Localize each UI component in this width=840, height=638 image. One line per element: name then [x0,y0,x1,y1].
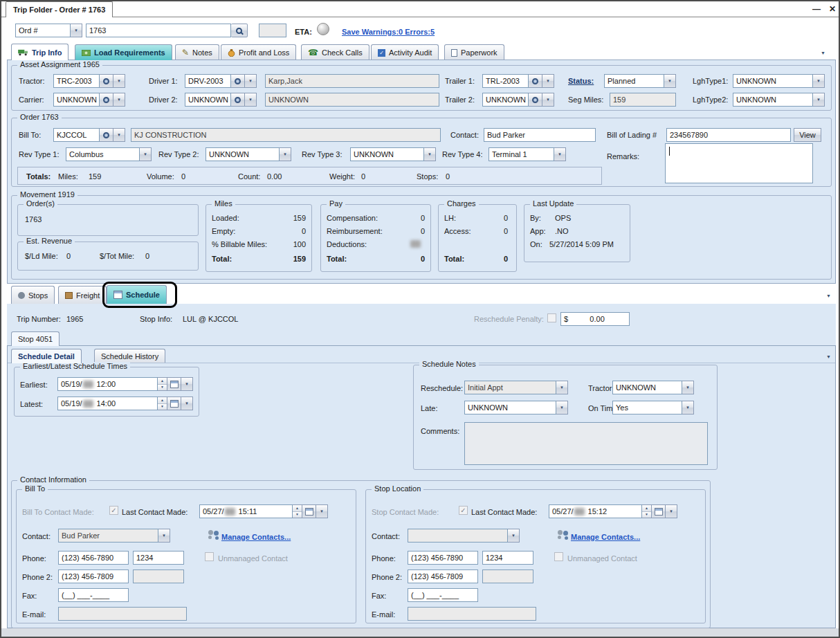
lookup-icon[interactable] [231,74,245,88]
tab-notes[interactable]: ✎ Notes [175,44,219,60]
rev1-dropdown[interactable]: Columbus ▼ [66,147,152,161]
rev4-dropdown[interactable]: Terminal 1 ▼ [489,147,566,161]
eta-value-field[interactable] [259,24,286,37]
phone-field[interactable]: (123) 456-7890 [408,551,478,565]
manage-contacts-link[interactable]: Manage Contacts... [571,532,640,542]
fax-field[interactable]: (__) ___-____ [408,588,478,602]
dropdown-arrow-icon[interactable]: ▼ [245,74,257,88]
dropdown-arrow-icon[interactable]: ▼ [113,128,125,142]
dropdown-arrow-icon[interactable]: ▼ [682,381,694,394]
unmanaged-contact-checkbox[interactable] [554,552,563,561]
dropdown-arrow-icon[interactable]: ▼ [664,74,676,88]
tab-overflow-arrow[interactable]: ▼ [826,291,831,301]
view-button[interactable]: View [794,128,821,142]
lghtype1-dropdown[interactable]: UNKNOWN ▼ [733,74,825,88]
rev3-dropdown[interactable]: UNKNOWN ▼ [350,147,436,161]
tab-schedule-detail[interactable]: Schedule Detail [11,349,82,363]
up-arrow-icon[interactable]: ▲ [158,397,167,404]
bill-to-combo[interactable]: KJCCOL ▼ [53,128,125,142]
dropdown-arrow-icon[interactable]: ▼ [140,147,152,161]
search-button[interactable] [231,24,248,37]
tab-trip-info[interactable]: Trip Info [11,44,69,60]
ord-type-combo[interactable]: Ord # ▼ [15,24,82,37]
fax-field[interactable]: (__) ___-____ [58,588,129,602]
dropdown-arrow-icon[interactable]: ▼ [113,74,125,88]
calendar-button[interactable] [302,504,316,518]
lghtype2-dropdown[interactable]: UNKNOWN ▼ [733,93,825,107]
earliest-datetime-picker[interactable]: 05/19/12:00 ▲▼ ▼ [57,377,193,391]
lookup-icon[interactable] [529,93,542,107]
tab-freight[interactable]: Freight [58,286,107,304]
contact-made-checkbox[interactable]: ✓ [459,506,468,515]
trailer2-combo[interactable]: UNKNOWN ▼ [482,93,554,107]
phone-field[interactable]: (123) 456-7890 [58,551,129,565]
ontime-dropdown[interactable]: Yes ▼ [612,401,694,414]
dropdown-arrow-icon[interactable]: ▼ [316,504,328,518]
tab-paperwork[interactable]: Paperwork [444,44,504,60]
time-spinner[interactable]: ▲▼ [158,397,167,410]
reschedule-penalty-field[interactable]: $ 0.00 [560,312,630,326]
tab-activity-audit[interactable]: ✓ Activity Audit [371,44,439,60]
seg-miles-field[interactable]: 159 [610,93,676,107]
phone-ext-field[interactable]: 1234 [133,551,184,565]
reschedule-dropdown[interactable]: Initial Appt ▼ [464,381,568,394]
trailer1-combo[interactable]: TRL-2003 ▼ [482,74,554,88]
calendar-button[interactable] [652,504,666,518]
tab-overflow-arrow[interactable]: ▼ [821,48,825,58]
time-spinner[interactable]: ▲▼ [158,377,167,391]
rev2-dropdown[interactable]: UNKNOWN ▼ [206,147,291,161]
lookup-icon[interactable] [100,93,113,107]
bol-field[interactable]: 234567890 [666,128,791,142]
dropdown-arrow-icon[interactable]: ▼ [158,529,170,543]
time-spinner[interactable]: ▲▼ [642,504,652,518]
calendar-button[interactable] [167,397,181,410]
dropdown-arrow-icon[interactable]: ▼ [813,74,825,88]
phone2-field[interactable]: (123) 456-7809 [408,569,478,583]
phone-ext-field[interactable]: 1234 [482,551,533,565]
calendar-button[interactable] [167,377,181,391]
tab-check-calls[interactable]: ☎ Check Calls [301,44,369,60]
dropdown-arrow-icon[interactable]: ▼ [71,24,82,37]
up-arrow-icon[interactable]: ▲ [642,505,651,512]
last-contact-datetime-picker[interactable]: 05/27/15:12 ▲▼ ▼ [549,504,677,518]
down-arrow-icon[interactable]: ▼ [158,385,167,391]
email-field[interactable] [408,607,536,621]
status-dropdown[interactable]: Planned ▼ [604,74,676,88]
phone2-ext-field[interactable] [133,569,184,583]
notes-tractor-dropdown[interactable]: UNKNOWN ▼ [612,381,694,394]
tab-load-requirements[interactable]: Load Requirements [75,44,172,60]
lookup-icon[interactable] [529,74,542,88]
tab-stops[interactable]: Stops [11,286,55,304]
dropdown-arrow-icon[interactable]: ▼ [280,147,291,161]
dropdown-arrow-icon[interactable]: ▼ [245,93,257,107]
up-arrow-icon[interactable]: ▲ [158,378,167,385]
lookup-icon[interactable] [100,128,113,142]
dropdown-arrow-icon[interactable]: ▼ [181,397,193,410]
dropdown-arrow-icon[interactable]: ▼ [542,74,554,88]
late-dropdown[interactable]: UNKNOWN ▼ [464,401,568,414]
latest-datetime-picker[interactable]: 05/19/14:00 ▲▼ ▼ [57,397,193,410]
dropdown-arrow-icon[interactable]: ▼ [542,93,554,107]
manage-contacts-link[interactable]: Manage Contacts... [221,532,291,542]
dropdown-arrow-icon[interactable]: ▼ [666,504,677,518]
save-warnings-link[interactable]: Save Warnings:0 Errors:5 [342,27,435,37]
down-arrow-icon[interactable]: ▼ [158,404,167,410]
down-arrow-icon[interactable]: ▼ [642,512,651,518]
up-arrow-icon[interactable]: ▲ [293,505,302,512]
tab-stop-4051[interactable]: Stop 4051 [11,331,60,346]
status-link-label[interactable]: Status: [568,76,594,86]
bill-to-name-field[interactable]: KJ CONSTRUCTION [131,128,441,142]
driver1-name-field[interactable]: Karp,Jack [265,74,439,88]
comments-textarea[interactable] [464,422,708,465]
dropdown-arrow-icon[interactable]: ▼ [813,93,825,107]
contact-dropdown[interactable]: Bud Parker ▼ [58,529,170,543]
tab-schedule[interactable]: Schedule [107,285,167,304]
dropdown-arrow-icon[interactable]: ▼ [556,381,568,394]
phone2-ext-field[interactable] [482,569,533,583]
minimize-button[interactable]: — [812,4,821,14]
last-contact-datetime-picker[interactable]: 05/27/15:11 ▲▼ ▼ [199,504,328,518]
reschedule-penalty-checkbox[interactable] [547,313,556,322]
lookup-icon[interactable] [231,93,245,107]
tab-schedule-history[interactable]: Schedule History [94,349,165,363]
dropdown-arrow-icon[interactable]: ▼ [424,147,436,161]
